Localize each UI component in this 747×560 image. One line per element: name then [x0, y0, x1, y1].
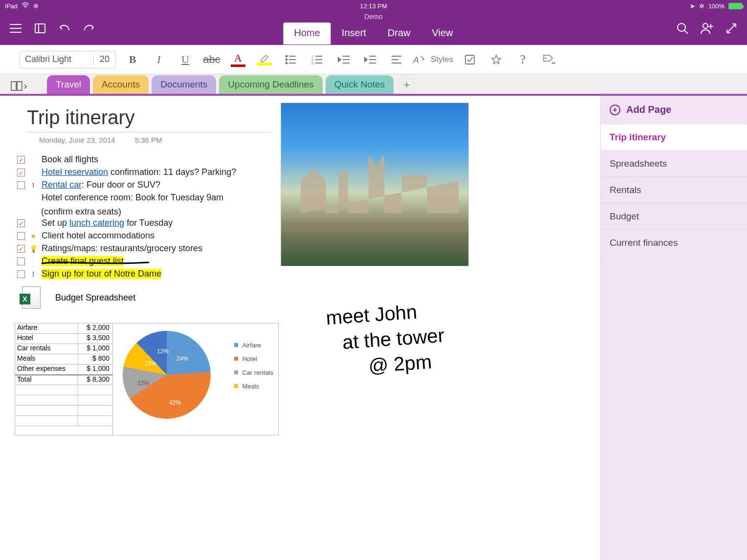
- svg-point-2: [678, 23, 685, 31]
- todo-checkbox[interactable]: [17, 181, 25, 189]
- todo-checkbox[interactable]: [17, 270, 25, 278]
- strikethrough-button[interactable]: abc: [202, 50, 221, 69]
- spreadsheet-clip[interactable]: Airfare$ 2,000Hotel$ 3,500Car rentals$ 1…: [15, 323, 279, 435]
- share-people-button[interactable]: [700, 22, 714, 35]
- attachment-label: Budget Spreadsheet: [55, 293, 135, 303]
- todo-checkbox[interactable]: [17, 258, 25, 265]
- redo-button[interactable]: [82, 22, 96, 35]
- ribbon-tab-home[interactable]: Home: [283, 22, 330, 44]
- todo-row[interactable]: ✓Set up lunch catering for Tuesday: [17, 218, 236, 231]
- todo-tag-button[interactable]: [460, 50, 480, 69]
- attachment[interactable]: Budget Spreadsheet: [22, 286, 135, 309]
- bold-button[interactable]: B: [123, 50, 142, 69]
- numbered-list-button[interactable]: 123: [308, 50, 327, 69]
- title-bar: Demo Home Insert Draw View: [0, 12, 747, 45]
- svg-point-4: [286, 55, 287, 57]
- section-tab-accounts[interactable]: Accounts: [93, 75, 149, 94]
- menu-button[interactable]: [9, 22, 22, 35]
- svg-text:3: 3: [311, 62, 313, 65]
- section-tab-travel[interactable]: Travel: [47, 75, 90, 94]
- add-section-button[interactable]: ＋: [396, 75, 417, 94]
- ribbon-tab-insert[interactable]: Insert: [331, 22, 377, 44]
- font-size[interactable]: 20: [93, 54, 115, 65]
- todo-text[interactable]: Client hotel accommodations: [42, 231, 154, 241]
- todo-text[interactable]: Rental car: Four door or SUV?: [42, 180, 160, 190]
- todo-checkbox[interactable]: ✓: [17, 169, 25, 176]
- ribbon-tab-view[interactable]: View: [421, 22, 464, 44]
- align-button[interactable]: [387, 50, 406, 69]
- battery-label: 100%: [708, 2, 725, 10]
- section-tab-documents[interactable]: Documents: [152, 75, 216, 94]
- note-canvas[interactable]: Trip itinerary Monday, June 23, 2014 5:3…: [0, 96, 600, 560]
- add-page-label: Add Page: [626, 104, 671, 115]
- todo-checkbox[interactable]: ✓: [17, 219, 25, 227]
- styles-label: Styles: [431, 55, 453, 65]
- svg-point-14: [554, 63, 555, 64]
- todo-row[interactable]: !Sign up for tour of Notre Dame: [17, 269, 236, 281]
- svg-text:A: A: [413, 55, 419, 65]
- italic-button[interactable]: I: [149, 50, 169, 69]
- todo-row[interactable]: ✓Book all flights: [17, 154, 236, 167]
- link[interactable]: Rental car: [42, 180, 82, 190]
- todo-row[interactable]: !Rental car: Four door or SUV?: [17, 180, 236, 193]
- panel-toggle-button[interactable]: [33, 22, 47, 35]
- todo-text[interactable]: Sign up for tour of Notre Dame: [42, 269, 161, 279]
- svg-point-13: [552, 63, 553, 64]
- todo-text[interactable]: Ratings/maps: restaurants/grocery stores: [42, 243, 202, 254]
- undo-button[interactable]: [58, 22, 71, 35]
- font-name[interactable]: Calibri Light: [20, 54, 93, 65]
- page-item[interactable]: Current finances: [601, 230, 747, 256]
- todo-text[interactable]: Set up lunch catering for Tuesday: [42, 218, 173, 228]
- star-tag-button[interactable]: [486, 50, 506, 69]
- more-tags-button[interactable]: [539, 50, 559, 69]
- ribbon-tab-draw[interactable]: Draw: [377, 22, 421, 44]
- notebook-picker[interactable]: [7, 79, 31, 94]
- todo-checkbox[interactable]: ✓: [17, 156, 25, 164]
- link[interactable]: Hotel reservation: [42, 167, 108, 177]
- embedded-photo[interactable]: [281, 103, 469, 266]
- styles-button[interactable]: A Styles: [413, 50, 453, 69]
- todo-text[interactable]: Hotel conference room: Book for Tuesday …: [42, 193, 223, 203]
- add-page-button[interactable]: + Add Page: [601, 96, 747, 124]
- sync-icon: ✲: [33, 2, 39, 10]
- bluetooth-icon: ✲: [699, 2, 704, 10]
- page-item[interactable]: Spreadsheets: [601, 151, 747, 177]
- budget-table: Airfare$ 2,000Hotel$ 3,500Car rentals$ 1…: [15, 323, 113, 435]
- excel-file-icon: [22, 286, 41, 309]
- battery-icon: [728, 3, 742, 9]
- plus-icon: +: [610, 105, 620, 115]
- todo-text[interactable]: Hotel reservation confirmation: 11 days?…: [42, 167, 236, 177]
- note-title[interactable]: Trip itinerary: [27, 107, 135, 129]
- svg-point-3: [703, 23, 708, 28]
- todo-row[interactable]: Hotel conference room: Book for Tuesday …: [17, 193, 236, 205]
- outdent-button[interactable]: [334, 50, 353, 69]
- todo-checkbox[interactable]: [17, 232, 25, 240]
- question-tag-button[interactable]: ?: [513, 50, 532, 69]
- svg-rect-1: [35, 24, 45, 33]
- wifi-icon: [22, 2, 29, 10]
- indent-button[interactable]: [360, 50, 380, 69]
- device-label: iPad: [5, 2, 18, 10]
- page-list: + Add Page Trip itinerarySpreadsheetsRen…: [600, 96, 747, 560]
- font-color-button[interactable]: A: [228, 50, 248, 69]
- font-selector[interactable]: Calibri Light 20: [20, 51, 116, 68]
- section-tab-deadlines[interactable]: Upcoming Deadlines: [219, 75, 322, 94]
- page-item[interactable]: Trip itinerary: [601, 124, 747, 151]
- todo-row[interactable]: ✓Hotel reservation confirmation: 11 days…: [17, 167, 236, 180]
- handwritten-note[interactable]: meet John at the tower @ 2pm: [325, 297, 447, 381]
- page-item[interactable]: Rentals: [601, 177, 747, 203]
- underline-button[interactable]: U: [176, 50, 195, 69]
- link[interactable]: lunch catering: [69, 218, 124, 228]
- todo-text[interactable]: Book all flights: [42, 154, 98, 165]
- highlight-button[interactable]: [255, 50, 274, 69]
- todo-row[interactable]: (confirm extra seats): [41, 205, 236, 218]
- svg-rect-16: [17, 82, 22, 90]
- todo-row[interactable]: ✓💡Ratings/maps: restaurants/grocery stor…: [17, 243, 236, 256]
- page-item[interactable]: Budget: [601, 203, 747, 230]
- fullscreen-button[interactable]: [725, 22, 738, 35]
- todo-checkbox[interactable]: ✓: [17, 245, 25, 253]
- section-tab-quicknotes[interactable]: Quick Notes: [326, 75, 394, 94]
- search-button[interactable]: [676, 22, 689, 35]
- bullets-button[interactable]: [281, 50, 301, 69]
- todo-row[interactable]: ★Client hotel accommodations: [17, 231, 236, 243]
